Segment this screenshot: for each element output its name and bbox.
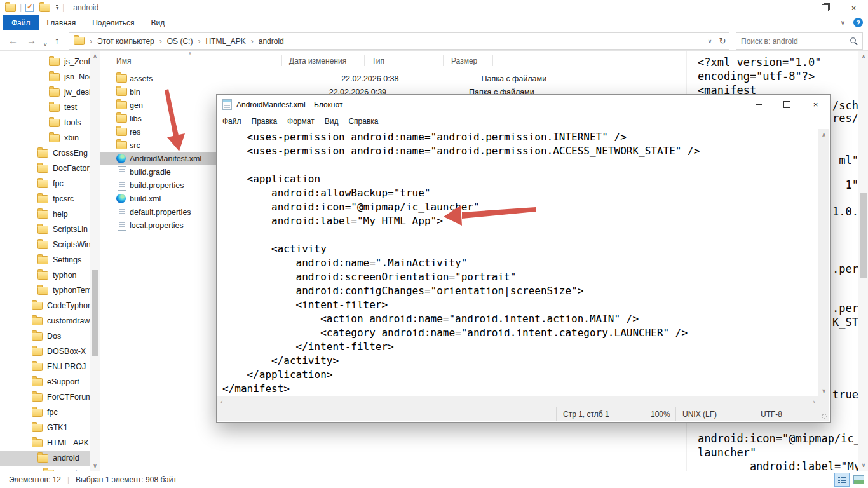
breadcrumb-item[interactable]: › OS (C:) — [154, 33, 193, 49]
preview-scrollbar[interactable]: ∧ ∨ — [858, 51, 868, 471]
maximize-button[interactable] — [773, 95, 801, 114]
file-name[interactable]: libs — [130, 114, 142, 123]
sidebar-item[interactable]: GTK1 — [0, 420, 99, 435]
sidebar-item[interactable]: customdrawn — [0, 313, 99, 329]
scroll-right-icon[interactable]: › — [813, 398, 815, 405]
notepad-menu-item[interactable]: Справка — [343, 117, 383, 126]
search-input[interactable] — [736, 37, 850, 46]
forward-icon[interactable]: → — [27, 33, 36, 48]
sidebar-item[interactable]: assets — [0, 466, 99, 471]
column-header-date[interactable]: Дата изменения — [289, 57, 346, 65]
notepad-menu-item[interactable]: Файл — [217, 117, 247, 126]
file-name[interactable]: build.properties — [130, 181, 184, 190]
ribbon-tab[interactable]: Главная — [39, 15, 85, 30]
column-divider[interactable] — [364, 55, 365, 66]
sidebar-item[interactable]: Settings — [0, 252, 99, 268]
sidebar-item[interactable]: eSupport — [0, 374, 99, 390]
sidebar-item[interactable]: test — [0, 100, 99, 115]
customize-quick-access-icon[interactable]: ▾ — [56, 5, 58, 10]
file-name[interactable]: default.properties — [130, 208, 191, 217]
breadcrumb-item[interactable]: › HTML_APK — [193, 33, 245, 49]
sidebar-item[interactable]: typhonTemp — [0, 283, 99, 298]
sidebar-item[interactable]: ScriptsLin — [0, 222, 99, 237]
breadcrumb-label[interactable]: Этот компьютер — [97, 37, 154, 46]
sidebar-item[interactable]: EN.LPROJ — [0, 359, 99, 374]
ribbon-tab[interactable]: Файл — [3, 15, 39, 30]
preview-scrollbar-thumb[interactable] — [860, 193, 867, 278]
address-dropdown-icon[interactable]: ∨ — [703, 33, 716, 49]
file-name[interactable]: bin — [130, 88, 140, 97]
file-name[interactable]: src — [130, 141, 140, 150]
collapse-ribbon-icon[interactable]: ∨ — [841, 19, 845, 26]
scroll-left-icon[interactable]: ‹ — [220, 398, 223, 405]
file-name[interactable]: gen — [130, 101, 143, 110]
file-name[interactable]: AndroidManifest.xml — [130, 154, 201, 163]
sidebar-item[interactable]: ForCTForum — [0, 390, 99, 405]
ribbon-tab[interactable]: Вид — [142, 15, 173, 30]
file-name[interactable]: res — [130, 128, 140, 137]
sidebar-item[interactable]: fpc — [0, 405, 99, 420]
notepad-menu-item[interactable]: Формат — [282, 117, 320, 126]
tree-scrollbar-thumb[interactable] — [92, 270, 98, 356]
large-icons-view-button[interactable] — [851, 473, 866, 487]
sidebar-item[interactable]: js_Zenfs — [0, 54, 99, 69]
notepad-document-text[interactable]: <uses-permission android:name="android.p… — [217, 129, 818, 396]
address-bar[interactable]: › Этот компьютер › OS (C:) › HTML_APK — [69, 32, 729, 50]
breadcrumb-label[interactable]: OS (C:) — [167, 37, 193, 46]
file-name[interactable]: build.gradle — [130, 168, 171, 177]
back-icon[interactable]: ← — [8, 33, 18, 48]
notepad-titlebar[interactable]: AndroidManifest.xml – Блокнот × — [217, 95, 830, 114]
new-folder-icon[interactable] — [39, 4, 50, 12]
file-name[interactable]: build.xml — [130, 194, 161, 203]
column-divider[interactable] — [281, 55, 282, 66]
notepad-horizontal-scrollbar[interactable]: ‹ › — [217, 396, 818, 407]
tree-scrollbar[interactable]: ∧ ∨ — [90, 51, 100, 471]
sidebar-item[interactable]: CrossEng — [0, 146, 99, 161]
breadcrumb-item[interactable]: › android — [246, 33, 284, 49]
refresh-icon[interactable]: ↻ — [716, 33, 729, 49]
file-name[interactable]: local.properties — [130, 221, 184, 230]
scroll-down-icon[interactable]: ∨ — [818, 388, 829, 394]
resize-grip[interactable] — [813, 407, 829, 421]
restore-button[interactable] — [811, 0, 839, 15]
sidebar-item[interactable]: ScriptsWin — [0, 237, 99, 252]
sidebar-item[interactable]: Dos — [0, 329, 99, 344]
sidebar-item[interactable]: jw_desig — [0, 85, 99, 100]
close-button[interactable]: × — [801, 95, 830, 114]
scroll-up-icon[interactable]: ∧ — [90, 53, 100, 59]
sidebar-item[interactable]: android — [0, 451, 99, 466]
scroll-up-icon[interactable]: ∧ — [858, 53, 868, 60]
sidebar-item[interactable]: xbin — [0, 130, 99, 146]
sidebar-item[interactable]: fpcsrc — [0, 191, 99, 207]
notepad-menu-item[interactable]: Вид — [320, 117, 344, 126]
column-header-name[interactable]: Имя — [116, 57, 131, 65]
ribbon-tab[interactable]: Поделиться — [84, 15, 142, 30]
minimize-button[interactable] — [782, 0, 811, 15]
sidebar-item[interactable]: tools — [0, 115, 99, 130]
minimize-button[interactable] — [744, 95, 773, 114]
close-button[interactable]: × — [839, 0, 868, 15]
breadcrumb-label[interactable]: HTML_APK — [205, 37, 245, 46]
column-divider[interactable] — [443, 55, 444, 66]
help-icon[interactable]: ? — [853, 18, 863, 27]
column-header-size[interactable]: Размер — [451, 57, 477, 65]
notepad-vertical-scrollbar[interactable]: ∧ ∨ — [818, 129, 829, 396]
scroll-down-icon[interactable]: ∨ — [90, 463, 100, 469]
sidebar-item[interactable]: fpc — [0, 176, 99, 191]
details-view-button[interactable] — [834, 473, 850, 487]
file-name[interactable]: assets — [130, 74, 153, 83]
column-header-type[interactable]: Тип — [372, 57, 384, 65]
search-icon[interactable] — [850, 37, 858, 45]
sidebar-item[interactable]: DocFactory — [0, 161, 99, 176]
breadcrumb-label[interactable]: android — [259, 37, 284, 46]
up-icon[interactable]: ↑ — [55, 33, 60, 48]
file-row[interactable]: assets 22.02.2026 0:38 Папка с файлами — [100, 72, 686, 85]
column-divider[interactable] — [492, 55, 493, 66]
sidebar-item[interactable]: DOSBox-X — [0, 344, 99, 359]
recent-locations-icon[interactable]: ∨ — [43, 37, 48, 52]
sidebar-item[interactable]: CodeTyphonI — [0, 298, 99, 313]
sidebar-item[interactable]: jsn_Node — [0, 69, 99, 85]
breadcrumb-item[interactable]: › Этот компьютер — [85, 33, 154, 49]
scroll-up-icon[interactable]: ∧ — [818, 132, 829, 138]
sidebar-item[interactable]: HTML_APK — [0, 435, 99, 451]
